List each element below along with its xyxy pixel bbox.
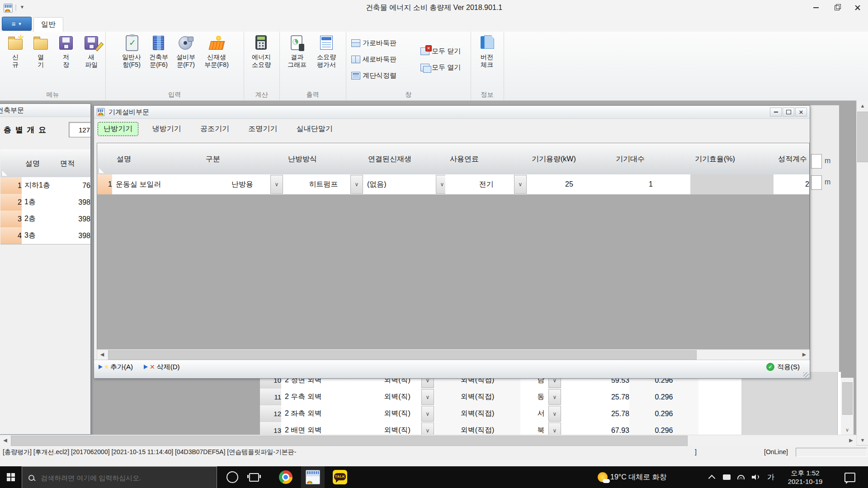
scrollbar-thumb[interactable] — [857, 112, 868, 162]
dropdown-button[interactable]: ∨ — [514, 175, 527, 194]
add-button[interactable]: 추가(A) — [99, 362, 133, 372]
tab-cooling[interactable]: 냉방기기 — [146, 122, 186, 136]
column-header[interactable]: 기기대수 — [611, 143, 695, 175]
open-button[interactable]: 열 기 — [29, 35, 52, 69]
mdi-horizontal-scrollbar[interactable]: ◀ ▶ — [0, 435, 856, 446]
result-graph-button[interactable]: 결과 그래프 — [284, 35, 310, 69]
scroll-up-icon[interactable]: ▲ — [857, 100, 868, 111]
dropdown-button[interactable]: ∨ — [548, 422, 561, 435]
apply-button[interactable]: ✓ 적용(S) — [766, 362, 800, 372]
column-header[interactable]: 설명 — [112, 143, 206, 175]
tray-expand-button[interactable] — [705, 466, 718, 488]
cell-fuel[interactable]: 전기∨ — [445, 174, 528, 195]
scroll-left-icon[interactable]: ◀ — [97, 350, 107, 359]
cell-renewable[interactable]: (없음)∨ — [363, 174, 449, 195]
table-row[interactable]: 11 2 우측 외벽 외벽(직)∨ 외벽(직접) 동∨ 25.78 0.296 — [260, 389, 841, 405]
tray-network-button[interactable] — [734, 466, 748, 488]
dropdown-button[interactable]: ∨ — [421, 422, 434, 435]
tab-heating[interactable]: 난방기기 — [98, 122, 138, 136]
cell-cop[interactable]: 2 — [774, 174, 810, 195]
dropdown-button[interactable]: ∨ — [270, 175, 283, 194]
background-input-field[interactable] — [811, 175, 822, 190]
building-section-button[interactable]: 건축부 문(F6) — [146, 35, 171, 69]
scrollbar-thumb[interactable] — [842, 382, 853, 415]
left-window-titlebar[interactable]: 건축부문 — [0, 104, 90, 117]
tile-horizontal-button[interactable]: 가로바둑판 — [351, 37, 419, 49]
column-header[interactable]: 성적계수 — [774, 143, 810, 175]
cell-type[interactable]: 난방용∨ — [201, 174, 284, 195]
application-menu-button[interactable]: ≡▼ — [2, 17, 32, 31]
action-center-button[interactable] — [840, 466, 860, 488]
demand-report-button[interactable]: 소요량 평가서 — [312, 35, 341, 69]
tray-volume-button[interactable] — [749, 466, 762, 488]
renewable-section-button[interactable]: 신재생 부문(F8) — [200, 35, 233, 69]
search-input[interactable] — [40, 474, 191, 482]
chrome-taskbar-button[interactable] — [276, 466, 296, 488]
taskbar-search[interactable] — [22, 466, 217, 488]
child-minimize-button[interactable] — [770, 108, 782, 117]
cell-efficiency[interactable] — [690, 174, 774, 195]
equipment-section-button[interactable]: 설비부 문(F7) — [173, 35, 198, 69]
weather-text[interactable]: 19°C 대체로 화창 — [610, 466, 696, 488]
scroll-right-icon[interactable]: ▶ — [846, 435, 856, 446]
cell-method[interactable]: 히트펌프∨ — [283, 174, 364, 195]
column-header[interactable]: 사용연료 — [445, 143, 532, 175]
tab-lighting[interactable]: 조명기기 — [243, 122, 283, 136]
energy-demand-button[interactable]: 에너지 소요량 — [247, 35, 275, 69]
minimize-button[interactable] — [806, 0, 826, 15]
dropdown-button[interactable]: ∨ — [421, 406, 434, 422]
dropdown-button[interactable]: ∨ — [548, 406, 561, 422]
mech-window-titlebar[interactable]: 기계설비부문 ✕ — [94, 106, 810, 119]
dropdown-button[interactable]: ∨ — [350, 175, 363, 194]
row-header[interactable]: 4 — [0, 227, 25, 244]
mdi-vertical-scrollbar[interactable]: ▲ ▼ — [856, 100, 868, 445]
new-button[interactable]: 신 규 — [4, 35, 27, 69]
child-close-button[interactable]: ✕ — [795, 108, 807, 117]
version-check-button[interactable]: 버전 체크 — [473, 35, 500, 69]
row-header[interactable]: 3 — [0, 211, 25, 228]
dropdown-button[interactable]: ∨ — [548, 389, 561, 405]
scroll-down-icon[interactable]: ▼ — [857, 435, 868, 445]
delete-button[interactable]: ✕ 삭제(D) — [144, 362, 180, 372]
column-header[interactable]: 설명 — [22, 150, 61, 178]
scroll-down-icon[interactable]: ∨ — [841, 425, 854, 435]
cell-capacity[interactable]: 25 — [527, 174, 612, 195]
cortana-button[interactable] — [222, 466, 242, 488]
scrollbar-thumb[interactable] — [108, 350, 697, 360]
select-all-corner[interactable] — [0, 150, 22, 178]
background-vertical-scrollbar[interactable]: ∨ — [841, 378, 854, 435]
save-button[interactable]: 저 장 — [54, 35, 78, 69]
general-info-button[interactable]: 일반사 항(F5) — [119, 35, 144, 69]
column-header[interactable]: 기기용량(kW) — [527, 143, 616, 175]
ribbon-tab-general[interactable]: 일반 — [33, 17, 63, 32]
column-header[interactable]: 면적 — [57, 150, 91, 178]
column-header[interactable]: 연결된신재생 — [363, 143, 450, 175]
scroll-left-icon[interactable]: ◀ — [0, 435, 10, 446]
task-view-button[interactable] — [244, 466, 264, 488]
dropdown-button[interactable]: ∨ — [421, 389, 434, 405]
save-as-button[interactable]: 새 파일 — [80, 35, 103, 69]
background-input-field[interactable] — [811, 154, 822, 169]
kakaotalk-taskbar-button[interactable]: TALK — [330, 466, 350, 488]
scrollbar-thumb[interactable] — [11, 436, 688, 446]
ime-indicator[interactable]: 가 — [764, 466, 778, 488]
close-all-button[interactable]: 모두 닫기 — [420, 45, 468, 57]
tile-vertical-button[interactable]: 세로바둑판 — [351, 53, 419, 65]
cell-count[interactable]: 1 — [611, 174, 691, 195]
child-restore-button[interactable] — [783, 108, 794, 117]
row-header[interactable]: 1 — [0, 177, 25, 194]
weather-icon[interactable] — [596, 466, 609, 488]
column-header[interactable]: 구분 — [201, 143, 288, 175]
column-header[interactable]: 난방방식 — [283, 143, 368, 175]
column-header[interactable]: 기기효율(%) — [690, 143, 778, 175]
select-all-corner[interactable] — [97, 143, 113, 175]
mech-horizontal-scrollbar[interactable]: ◀ ▶ — [97, 349, 810, 361]
tab-indoor-terminal[interactable]: 실내단말기 — [291, 122, 338, 136]
close-button[interactable]: ✕ — [847, 0, 868, 15]
resize-grip[interactable] — [803, 372, 809, 378]
row-header[interactable]: 2 — [0, 194, 25, 211]
table-row[interactable]: 12 2 좌측 외벽 외벽(직)∨ 외벽(직접) 서∨ 25.78 0.296 — [260, 405, 841, 422]
tab-hvac[interactable]: 공조기기 — [195, 122, 235, 136]
scroll-right-icon[interactable]: ▶ — [799, 350, 809, 359]
energy-app-taskbar-button[interactable] — [301, 466, 325, 488]
